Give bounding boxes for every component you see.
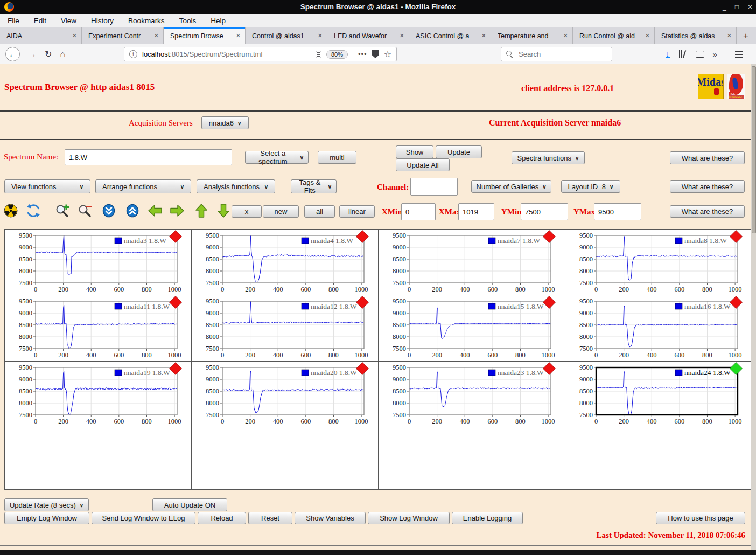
all-button[interactable]: all bbox=[304, 205, 335, 218]
spectrum-cell-nnaida20[interactable]: 7500800085009000950002004006008001000nna… bbox=[192, 362, 379, 427]
tab-run-control-aid[interactable]: Run Control @ aid✕ bbox=[573, 27, 655, 44]
home-button[interactable]: ⌂ bbox=[60, 50, 65, 59]
tab-close-icon[interactable]: ✕ bbox=[72, 32, 77, 39]
spectrum-cell-nnaida11[interactable]: 7500800085009000950002004006008001000nna… bbox=[5, 295, 192, 362]
analysis-functions-dropdown[interactable]: Analysis functions bbox=[197, 179, 275, 193]
arrow-left-icon[interactable] bbox=[148, 203, 163, 218]
spectrum-cell-nnaida12[interactable]: 7500800085009000950002004006008001000nna… bbox=[192, 295, 379, 362]
url-text[interactable]: localhost:8015/Spectrum/Spectrum.tml bbox=[142, 50, 311, 58]
tab-asic-control-a[interactable]: ASIC Control @ a✕ bbox=[409, 27, 491, 44]
spectrum-cell-nnaida15[interactable]: 7500800085009000950002004006008001000nna… bbox=[379, 295, 565, 362]
reader-mode-icon[interactable] bbox=[316, 51, 321, 58]
show-variables-button[interactable]: Show Variables bbox=[295, 512, 366, 524]
spectrum-cell-nnaida24[interactable]: 7500800085009000950002004006008001000nna… bbox=[565, 362, 752, 427]
layout-id-dropdown[interactable]: Layout ID=8 bbox=[561, 180, 620, 193]
menu-item-help[interactable]: Help bbox=[211, 17, 226, 25]
reload-button[interactable]: ↻ bbox=[45, 49, 52, 59]
arrow-down-icon[interactable] bbox=[216, 203, 231, 218]
spectrum-name-input[interactable] bbox=[65, 149, 232, 165]
xmin-input[interactable] bbox=[401, 203, 436, 220]
tab-close-icon[interactable]: ✕ bbox=[645, 32, 650, 39]
tracking-shield-icon[interactable] bbox=[372, 50, 379, 58]
back-button[interactable]: ← bbox=[5, 47, 20, 61]
tab-close-icon[interactable]: ✕ bbox=[318, 32, 323, 39]
hamburger-menu-icon[interactable] bbox=[735, 51, 743, 58]
acquisition-server-select[interactable]: nnaida6 bbox=[201, 116, 249, 129]
send-log-window-to-elog-button[interactable]: Send Log Window to ELog bbox=[92, 512, 195, 524]
collapse-down-icon[interactable] bbox=[101, 203, 116, 218]
what-are-these-button-2[interactable]: What are these? bbox=[670, 180, 745, 193]
update-button[interactable]: Update bbox=[436, 145, 482, 158]
refresh-icon[interactable] bbox=[26, 203, 41, 218]
forward-button[interactable]: → bbox=[28, 50, 37, 59]
menu-item-tools[interactable]: Tools bbox=[179, 17, 197, 25]
tab-close-icon[interactable]: ✕ bbox=[727, 32, 732, 39]
xmax-input[interactable] bbox=[458, 203, 494, 220]
empty-log-window-button[interactable]: Empty Log Window bbox=[4, 512, 89, 524]
maximize-button[interactable]: □ bbox=[735, 3, 739, 11]
menu-item-view[interactable]: View bbox=[61, 17, 76, 25]
tab-close-icon[interactable]: ✕ bbox=[236, 32, 241, 39]
spectrum-cell-nnaida23[interactable]: 7500800085009000950002004006008001000nna… bbox=[379, 362, 565, 427]
x-axis-button[interactable]: x bbox=[232, 205, 262, 218]
what-are-these-button-1[interactable]: What are these? bbox=[670, 151, 745, 164]
number-of-galleries-dropdown[interactable]: Number of Galleries bbox=[471, 180, 551, 193]
tab-led-and-wavefor[interactable]: LED and Wavefor✕ bbox=[327, 27, 409, 44]
page-actions-icon[interactable]: ••• bbox=[358, 50, 367, 58]
menu-item-bookmarks[interactable]: Bookmarks bbox=[128, 17, 165, 25]
tab-experiment-contr[interactable]: Experiment Contr✕ bbox=[82, 27, 164, 44]
page-scrollbar[interactable] bbox=[751, 64, 756, 550]
bookmark-star-icon[interactable]: ☆ bbox=[384, 49, 391, 59]
update-rate-dropdown[interactable]: Update Rate (8 secs) bbox=[4, 498, 89, 511]
reset-button[interactable]: Reset bbox=[248, 512, 292, 524]
ymin-input[interactable] bbox=[521, 203, 568, 220]
spectrum-cell-nnaida3[interactable]: 7500800085009000950002004006008001000nna… bbox=[5, 230, 192, 295]
menu-item-file[interactable]: File bbox=[8, 17, 19, 25]
sidebar-icon[interactable] bbox=[696, 51, 704, 58]
minimize-button[interactable]: _ bbox=[723, 3, 726, 11]
channel-input[interactable] bbox=[410, 178, 458, 196]
new-tab-button[interactable]: + bbox=[737, 27, 755, 44]
spectrum-cell-nnaida19[interactable]: 7500800085009000950002004006008001000nna… bbox=[5, 362, 192, 427]
zoom-level-badge[interactable]: 80% bbox=[326, 50, 348, 59]
url-bar[interactable]: i localhost:8015/Spectrum/Spectrum.tml 8… bbox=[124, 47, 397, 61]
show-button[interactable]: Show bbox=[396, 145, 433, 158]
menu-item-edit[interactable]: Edit bbox=[34, 17, 46, 25]
multi-button[interactable]: multi bbox=[318, 151, 356, 164]
scrollbar-thumb[interactable] bbox=[752, 66, 756, 233]
update-all-button[interactable]: Update All bbox=[396, 158, 450, 171]
tab-control-aidas1[interactable]: Control @ aidas1✕ bbox=[246, 27, 327, 44]
how-to-use-button[interactable]: How to use this page bbox=[656, 512, 745, 524]
enable-logging-button[interactable]: Enable Logging bbox=[452, 512, 523, 524]
view-functions-dropdown[interactable]: View functions bbox=[4, 179, 90, 193]
linear-button[interactable]: linear bbox=[339, 205, 375, 218]
arrow-right-icon[interactable] bbox=[170, 203, 185, 218]
tab-spectrum-browse[interactable]: Spectrum Browse✕ bbox=[164, 27, 246, 44]
tab-close-icon[interactable]: ✕ bbox=[481, 32, 486, 39]
spectrum-cell-nnaida7[interactable]: 7500800085009000950002004006008001000nna… bbox=[379, 230, 565, 295]
menu-item-history[interactable]: History bbox=[91, 17, 114, 25]
spectrum-cell-nnaida16[interactable]: 7500800085009000950002004006008001000nna… bbox=[565, 295, 752, 362]
tab-close-icon[interactable]: ✕ bbox=[563, 32, 568, 39]
overflow-chevrons-icon[interactable]: » bbox=[713, 50, 717, 59]
tab-close-icon[interactable]: ✕ bbox=[154, 32, 159, 39]
select-spectrum-dropdown[interactable]: Select a spectrum bbox=[245, 151, 309, 164]
auto-update-button[interactable]: Auto Update ON bbox=[152, 498, 227, 511]
tab-temperature-and[interactable]: Temperature and✕ bbox=[491, 27, 573, 44]
reload-button[interactable]: Reload bbox=[198, 512, 246, 524]
spectra-functions-dropdown[interactable]: Spectra functions bbox=[512, 151, 585, 164]
search-bar[interactable] bbox=[501, 47, 612, 61]
zoom-out-icon[interactable] bbox=[78, 203, 93, 218]
tab-aida[interactable]: AIDA✕ bbox=[0, 27, 82, 44]
spectrum-cell-nnaida8[interactable]: 7500800085009000950002004006008001000nna… bbox=[565, 230, 752, 295]
new-button[interactable]: new bbox=[263, 205, 299, 218]
library-icon[interactable] bbox=[678, 50, 687, 58]
tab-statistics-aidas[interactable]: Statistics @ aidas✕ bbox=[655, 27, 737, 44]
radiation-icon[interactable] bbox=[3, 203, 18, 218]
close-button[interactable]: ✕ bbox=[747, 3, 753, 11]
ymax-input[interactable] bbox=[594, 203, 641, 220]
tab-close-icon[interactable]: ✕ bbox=[400, 32, 404, 39]
expand-up-icon[interactable] bbox=[125, 203, 140, 218]
tags-fits-dropdown[interactable]: Tags & Fits bbox=[291, 179, 337, 193]
zoom-in-icon[interactable] bbox=[55, 203, 70, 218]
